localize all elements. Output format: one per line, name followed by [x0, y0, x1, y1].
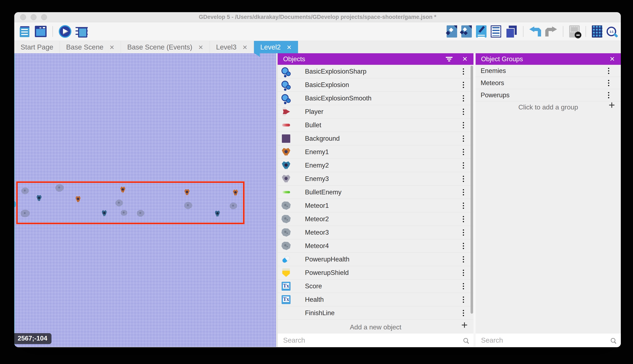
- group-menu-icon[interactable]: [604, 70, 613, 72]
- object-groups-panel-icon[interactable]: [461, 25, 472, 38]
- tab[interactable]: Base Scene (Events): [121, 41, 210, 53]
- object-menu-icon[interactable]: [459, 218, 468, 220]
- object-menu-icon[interactable]: [459, 232, 468, 233]
- group-row[interactable]: Meteors: [476, 77, 621, 89]
- object-row[interactable]: Meteor4: [278, 239, 473, 253]
- object-row[interactable]: BasicExplosionSharp: [278, 65, 473, 78]
- separator[interactable]: [563, 26, 563, 37]
- object-row[interactable]: PowerupShield: [278, 266, 473, 280]
- object-row[interactable]: Enemy2: [278, 159, 473, 172]
- tab[interactable]: Start Page: [14, 41, 60, 53]
- group-menu-icon[interactable]: [604, 82, 613, 84]
- traffic-lights: [20, 12, 47, 22]
- object-menu-icon[interactable]: [459, 312, 468, 314]
- scene-canvas[interactable]: 2567;-104: [14, 53, 276, 347]
- separator[interactable]: [523, 26, 523, 37]
- object-row[interactable]: Player: [278, 105, 473, 118]
- object-row[interactable]: Bullet: [278, 118, 473, 132]
- object-menu-icon[interactable]: [459, 192, 468, 193]
- plus-icon[interactable]: [609, 105, 615, 110]
- add-group-row[interactable]: Click to add a group: [476, 101, 621, 113]
- separator[interactable]: [53, 26, 53, 37]
- object-menu-icon[interactable]: [459, 165, 468, 166]
- object-row[interactable]: Meteor2: [278, 212, 473, 226]
- object-menu-icon[interactable]: [459, 84, 468, 86]
- object-name: Player: [305, 108, 459, 116]
- object-row[interactable]: Health: [278, 293, 473, 306]
- explosion-icon: [281, 80, 291, 90]
- close-tab-icon[interactable]: [109, 43, 114, 51]
- object-menu-icon[interactable]: [459, 98, 468, 99]
- object-row[interactable]: Enemy3: [278, 172, 473, 186]
- object-menu-icon[interactable]: [459, 272, 468, 274]
- object-name: Background: [305, 135, 459, 142]
- panel-gap: [473, 53, 476, 347]
- object-menu-icon[interactable]: [459, 124, 468, 126]
- tab[interactable]: Base Scene: [60, 41, 121, 53]
- groups-search-input[interactable]: [481, 336, 608, 344]
- object-menu-icon[interactable]: [459, 138, 468, 139]
- separator[interactable]: [585, 26, 586, 37]
- group-menu-icon[interactable]: [604, 94, 613, 96]
- player-ship-icon: [282, 107, 290, 116]
- search-icon: [463, 338, 468, 342]
- object-row[interactable]: BasicExplosionSmooth: [278, 92, 473, 105]
- object-menu-icon[interactable]: [459, 152, 468, 153]
- meteor-icon: [281, 202, 291, 210]
- close-tab-icon[interactable]: [242, 43, 247, 51]
- object-menu-icon[interactable]: [459, 245, 468, 246]
- object-menu-icon[interactable]: [459, 205, 468, 206]
- panel-divider[interactable]: [276, 53, 278, 347]
- filter-icon[interactable]: [446, 57, 453, 62]
- add-object-row[interactable]: Add a new object: [278, 321, 473, 333]
- plus-icon[interactable]: [461, 325, 468, 330]
- object-row[interactable]: Score: [278, 280, 473, 293]
- object-name: Meteor1: [305, 202, 459, 210]
- object-menu-icon[interactable]: [459, 178, 468, 180]
- object-menu-icon[interactable]: [459, 259, 468, 260]
- close-window-button[interactable]: [20, 14, 26, 20]
- object-row[interactable]: Meteor1: [278, 199, 473, 212]
- close-tab-icon[interactable]: [286, 43, 291, 51]
- object-row[interactable]: BasicExplosion: [278, 78, 473, 92]
- instances-list-icon[interactable]: [491, 25, 501, 38]
- layers-icon[interactable]: [505, 26, 517, 37]
- objects-search-input[interactable]: [283, 336, 461, 344]
- objects-scrollbar[interactable]: [471, 66, 473, 314]
- object-row[interactable]: FinishLine: [278, 306, 473, 320]
- minimize-window-button[interactable]: [31, 14, 37, 20]
- scene-window-icon[interactable]: [35, 26, 47, 37]
- object-row[interactable]: Enemy1: [278, 145, 473, 159]
- properties-icon[interactable]: [476, 25, 486, 38]
- tab-bar: Start Page Base Scene Base Scene (Events…: [14, 41, 621, 53]
- play-preview-icon[interactable]: [59, 25, 71, 38]
- object-menu-icon[interactable]: [459, 71, 468, 72]
- tab[interactable]: Level2: [254, 41, 298, 53]
- object-menu-icon[interactable]: [459, 286, 468, 287]
- render-mask-icon[interactable]: [569, 25, 580, 38]
- object-row[interactable]: PowerupHealth: [278, 253, 473, 266]
- powerup-instance[interactable]: [14, 201, 16, 207]
- close-tab-icon[interactable]: [198, 43, 203, 51]
- grid-icon[interactable]: [592, 25, 602, 38]
- group-row[interactable]: Enemies: [476, 65, 621, 77]
- maximize-window-button[interactable]: [41, 14, 47, 20]
- tab-label: Base Scene (Events): [127, 43, 192, 51]
- objects-panel-icon[interactable]: [447, 25, 457, 38]
- object-row[interactable]: BulletEnemy: [278, 186, 473, 199]
- group-row[interactable]: Powerups: [476, 89, 621, 101]
- close-panel-icon[interactable]: [462, 55, 468, 63]
- tab[interactable]: Level3: [210, 41, 254, 53]
- object-row[interactable]: Background: [278, 132, 473, 145]
- close-panel-icon[interactable]: [609, 55, 615, 63]
- object-menu-icon[interactable]: [459, 299, 468, 300]
- zoom-1-1-icon[interactable]: [606, 27, 616, 36]
- object-row[interactable]: Meteor3: [278, 226, 473, 239]
- project-manager-icon[interactable]: [19, 25, 31, 38]
- undo-icon[interactable]: [529, 26, 541, 36]
- groups-panel-title: Object Groups: [481, 55, 609, 63]
- object-menu-icon[interactable]: [459, 111, 468, 112]
- selection-rectangle: [16, 181, 244, 224]
- debug-icon[interactable]: [76, 25, 88, 38]
- redo-icon[interactable]: [545, 26, 557, 36]
